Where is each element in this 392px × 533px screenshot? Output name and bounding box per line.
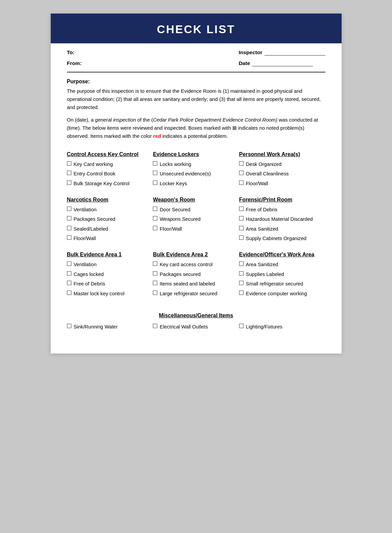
- misc-row: Sink/Running WaterElectrical Wall Outlet…: [67, 323, 325, 333]
- check-item: Ventilation: [67, 261, 148, 268]
- section-bulk-evidence-2: Bulk Evidence Area 2Key card access cont…: [153, 248, 239, 303]
- section-narcotics-room: Narcotics RoomVentilationPackages Secure…: [67, 193, 153, 248]
- check-label: Floor/Wall: [246, 180, 268, 187]
- check-item: Evidence computer working: [239, 290, 321, 297]
- section-evidence-lockers: Evidence LockersLocks workingUnsecured e…: [153, 148, 239, 193]
- checkbox[interactable]: [153, 226, 157, 230]
- check-item: Floor/Wall: [239, 180, 321, 187]
- from-row: From:: [67, 60, 82, 66]
- section-title-weapons-room: Weapon's Room: [153, 197, 234, 203]
- check-label: Packages Secured: [74, 216, 116, 223]
- check-item: Key Card working: [67, 161, 148, 168]
- top-fields: To: From: Inspector Date: [51, 43, 342, 66]
- check-label: Weapons Secured: [160, 216, 201, 223]
- checkbox[interactable]: [239, 281, 244, 285]
- checklist-grid: Control Access Key ControlKey Card worki…: [51, 141, 342, 303]
- p2-mid: of the (: [136, 117, 153, 123]
- checkbox[interactable]: [67, 271, 71, 276]
- checkbox[interactable]: [153, 281, 157, 285]
- checkbox[interactable]: [153, 216, 157, 220]
- checkbox[interactable]: [239, 180, 244, 185]
- check-label: Area Sanitized: [246, 261, 278, 268]
- p2-end: indicates a potential problem.: [161, 133, 228, 139]
- checkbox[interactable]: [67, 161, 71, 166]
- date-row: Date: [239, 60, 325, 66]
- check-item: Key card access control: [153, 261, 234, 268]
- check-label: Floor/Wall: [74, 235, 96, 242]
- check-label: Master lock key control: [74, 290, 125, 297]
- check-item: Hazardous Material Discarded: [239, 216, 321, 223]
- check-item: Locks working: [153, 161, 234, 168]
- checkbox[interactable]: [67, 180, 71, 185]
- checkbox[interactable]: [153, 271, 157, 276]
- purpose-section: Purpose: The purpose of this inspection …: [51, 72, 342, 141]
- checkbox[interactable]: [67, 291, 71, 295]
- check-label: Floor/Wall: [160, 226, 182, 233]
- checkbox[interactable]: [67, 226, 71, 230]
- section-control-access: Control Access Key ControlKey Card worki…: [67, 148, 153, 193]
- checkbox[interactable]: [67, 261, 71, 266]
- to-row: To:: [67, 49, 82, 56]
- right-fields: Inspector Date: [239, 49, 325, 66]
- p2-red: red: [153, 133, 161, 139]
- checkbox[interactable]: [239, 207, 244, 211]
- section-personnel-work: Personnel Work Area(s)Desk OrganizedOver…: [239, 148, 325, 193]
- check-label: Unsecured evidence(s): [160, 170, 211, 177]
- check-label: Ventilation: [74, 206, 97, 213]
- purpose-paragraph1: The purpose of this inspection is to ens…: [67, 87, 325, 111]
- check-label: Locks working: [160, 161, 191, 168]
- checkbox[interactable]: [67, 235, 71, 240]
- to-label: To:: [67, 49, 75, 56]
- page-title: CHECK LIST: [57, 23, 335, 36]
- check-label: Bulk Storage Key Control: [74, 180, 130, 187]
- check-label: Area Sanitized: [246, 226, 278, 233]
- checkbox[interactable]: [67, 281, 71, 285]
- check-label: Locker Keys: [160, 180, 187, 187]
- check-label: Small refrigerator secured: [246, 280, 303, 287]
- check-item: Floor/Wall: [153, 226, 234, 233]
- checkbox[interactable]: [67, 207, 71, 211]
- checkbox[interactable]: [239, 216, 244, 220]
- p2-italic2: Cedar Park Police Department Evidence Co…: [153, 117, 277, 123]
- checkbox[interactable]: [239, 171, 244, 175]
- check-item: Area Sanitized: [239, 261, 321, 268]
- checkbox[interactable]: [153, 161, 157, 166]
- misc-item: Sink/Running Water: [67, 323, 153, 331]
- checkbox[interactable]: [239, 271, 244, 276]
- check-label: Evidence computer working: [246, 290, 307, 297]
- check-item: Desk Organized: [239, 161, 321, 168]
- checkbox[interactable]: [239, 291, 244, 295]
- checkbox[interactable]: [153, 207, 157, 211]
- check-item: Packages Secured: [67, 216, 148, 223]
- inspector-line[interactable]: [264, 49, 325, 56]
- checkbox[interactable]: [67, 324, 71, 328]
- checkbox[interactable]: [239, 226, 244, 230]
- check-label: Door Secured: [160, 206, 190, 213]
- check-label: Entry Control Book: [74, 170, 116, 177]
- checkbox[interactable]: [239, 161, 244, 166]
- misc-label: Lighting/Fixtures: [246, 323, 282, 331]
- checkbox[interactable]: [67, 171, 71, 175]
- check-label: Supplies Labeled: [246, 271, 284, 278]
- check-item: Supply Cabinets Organized: [239, 235, 321, 242]
- checkbox[interactable]: [153, 291, 157, 295]
- checkbox[interactable]: [67, 216, 71, 220]
- check-label: Sealed/Labeled: [74, 226, 108, 233]
- check-item: Supplies Labeled: [239, 271, 321, 278]
- check-label: Large refrigerator secured: [160, 290, 217, 297]
- check-item: Locker Keys: [153, 180, 234, 187]
- checkbox[interactable]: [153, 261, 157, 266]
- checkbox[interactable]: [153, 180, 157, 185]
- check-item: Small refrigerator secured: [239, 280, 321, 287]
- checkbox[interactable]: [239, 324, 244, 328]
- checkbox[interactable]: [239, 261, 244, 266]
- checkbox[interactable]: [153, 324, 157, 328]
- date-label: Date: [239, 60, 250, 66]
- p2-italic: general inspection: [95, 117, 136, 123]
- misc-label: Sink/Running Water: [74, 323, 118, 331]
- purpose-title: Purpose:: [67, 79, 325, 85]
- checkbox[interactable]: [239, 235, 244, 240]
- date-line[interactable]: [252, 60, 313, 66]
- check-item: Entry Control Book: [67, 170, 148, 177]
- checkbox[interactable]: [153, 171, 157, 175]
